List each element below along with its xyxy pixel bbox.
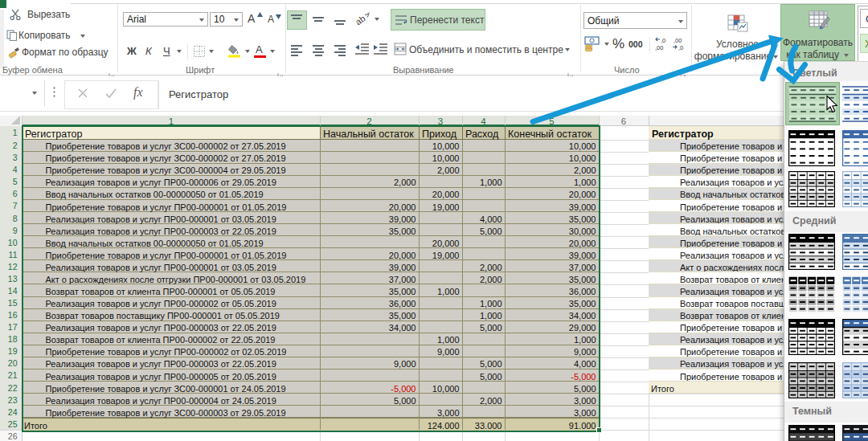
font-color-dropdown-icon[interactable] bbox=[270, 50, 275, 53]
row-header-21[interactable]: 21 bbox=[0, 370, 18, 380]
decrease-indent-button[interactable] bbox=[354, 42, 371, 58]
table-style-option[interactable] bbox=[788, 362, 835, 402]
conditional-formatting-button[interactable]: Условное форматирование bbox=[697, 4, 778, 72]
row-header-18[interactable]: 18 bbox=[0, 334, 18, 344]
number-format-dropdown-icon[interactable] bbox=[678, 20, 683, 23]
formula-bar-handle[interactable] bbox=[53, 86, 55, 99]
accounting-format-button[interactable] bbox=[584, 36, 602, 52]
row-header-15[interactable]: 15 bbox=[0, 298, 18, 308]
table-style-option[interactable] bbox=[842, 234, 868, 273]
align-right-button[interactable] bbox=[330, 40, 350, 59]
font-dialog-launcher-icon[interactable] bbox=[277, 67, 284, 74]
right-table-row[interactable]: Приобретение товаров и услуг ПР00-000001… bbox=[649, 200, 796, 212]
table-style-option[interactable] bbox=[788, 319, 835, 358]
select-all-corner[interactable] bbox=[0, 116, 23, 126]
right-table-row[interactable]: Приобретение товаров и услуг ЗС00-000004… bbox=[649, 164, 796, 176]
name-box[interactable] bbox=[0, 80, 44, 106]
right-table-header[interactable]: Регистратор bbox=[649, 126, 796, 140]
align-center-button[interactable] bbox=[309, 40, 329, 59]
row-header-7[interactable]: 7 bbox=[0, 201, 18, 210]
insert-function-icon[interactable]: fx bbox=[133, 85, 143, 100]
selection-fill-handle[interactable] bbox=[596, 427, 602, 433]
font-size-dropdown-icon[interactable] bbox=[234, 18, 239, 22]
right-table-row[interactable]: Возврат товаров от клиента ПР00-000001 о… bbox=[649, 272, 796, 284]
table-style-option[interactable] bbox=[788, 130, 835, 169]
right-table-row[interactable]: Реализация товаров и услуг ПР00-000004 о… bbox=[649, 357, 796, 370]
font-name-combobox[interactable]: Arial bbox=[123, 12, 208, 27]
font-size-combobox[interactable]: 10 bbox=[210, 12, 243, 27]
format-as-table-button[interactable]: Форматировать как таблицу bbox=[780, 4, 855, 61]
bold-button[interactable]: Ж bbox=[125, 43, 140, 59]
percent-style-button[interactable]: % bbox=[612, 36, 627, 52]
right-table-row[interactable]: Возврат товаров поставщику ПР00-000001 о… bbox=[649, 297, 796, 309]
table-style-option[interactable] bbox=[842, 171, 868, 210]
decrease-font-button[interactable]: А bbox=[266, 12, 283, 28]
row-header-23[interactable]: 23 bbox=[0, 395, 18, 405]
row-header-14[interactable]: 14 bbox=[0, 286, 18, 296]
font-name-dropdown-icon[interactable] bbox=[199, 18, 204, 22]
orientation-button[interactable]: ab bbox=[354, 10, 373, 30]
decrease-decimal-button[interactable]: ,00 ,0 bbox=[671, 36, 686, 52]
cell-style-normal[interactable]: О bbox=[860, 9, 868, 28]
row-header-6[interactable]: 6 bbox=[0, 189, 18, 198]
row-header-22[interactable]: 22 bbox=[0, 383, 18, 393]
comma-style-button[interactable]: 000 bbox=[628, 39, 645, 51]
table-style-option[interactable] bbox=[842, 276, 868, 316]
merge-center-button[interactable]: Объединить и поместить в центре bbox=[391, 40, 572, 59]
paste-button[interactable] bbox=[0, 10, 4, 69]
right-table-row[interactable]: Акт о расхождениях после отгрузки ПР00-0… bbox=[649, 260, 796, 272]
right-table-row[interactable]: Ввод начальных остатков 00-00000050 от 0… bbox=[649, 188, 796, 200]
enter-icon[interactable] bbox=[104, 87, 117, 103]
increase-indent-button[interactable] bbox=[373, 42, 390, 58]
table-style-option[interactable] bbox=[788, 171, 835, 210]
align-left-button[interactable] bbox=[287, 40, 307, 59]
copy-button[interactable]: Копировать bbox=[5, 29, 109, 43]
table-style-option[interactable] bbox=[842, 319, 868, 358]
table-style-option[interactable] bbox=[789, 86, 836, 125]
right-table-row[interactable]: Приобретение товаров и услуг ПР00-000001… bbox=[649, 236, 796, 248]
worksheet[interactable]: 1234561234567891011121314151617181920212… bbox=[0, 112, 868, 441]
merge-center-dropdown-icon[interactable] bbox=[565, 48, 570, 51]
wrap-text-button[interactable]: Перенести текст bbox=[391, 9, 485, 31]
borders-dropdown-icon[interactable] bbox=[209, 50, 214, 53]
underline-dropdown-icon[interactable] bbox=[177, 50, 182, 53]
right-table-row[interactable]: Ввод начальных остатков 00-00000050 от 0… bbox=[649, 224, 796, 236]
borders-button[interactable] bbox=[193, 45, 207, 59]
row-header-4[interactable]: 4 bbox=[0, 165, 18, 174]
row-header-16[interactable]: 16 bbox=[0, 310, 18, 320]
right-table-row[interactable]: Приобретение товаров и услуг ЗС00-000002… bbox=[649, 140, 796, 152]
number-format-combobox[interactable]: Общий bbox=[583, 12, 687, 29]
row-header-10[interactable]: 10 bbox=[0, 238, 18, 247]
italic-button[interactable]: К bbox=[142, 43, 158, 59]
row-header-9[interactable]: 9 bbox=[0, 226, 18, 235]
row-header-20[interactable]: 20 bbox=[0, 358, 18, 368]
table-style-option[interactable] bbox=[842, 86, 868, 125]
table-style-option[interactable] bbox=[788, 276, 835, 316]
orientation-dropdown-icon[interactable] bbox=[375, 18, 379, 21]
table-style-option[interactable] bbox=[788, 234, 835, 273]
name-box-dropdown-icon[interactable] bbox=[32, 92, 37, 95]
right-table-row[interactable]: Приобретение товаров и услуг ПР00-000002… bbox=[649, 321, 796, 333]
increase-font-button[interactable]: А bbox=[246, 10, 264, 28]
table-style-option[interactable] bbox=[842, 130, 868, 169]
row-header-2[interactable]: 2 bbox=[0, 141, 18, 150]
accounting-dropdown-icon[interactable] bbox=[604, 43, 609, 46]
copy-dropdown-icon[interactable] bbox=[80, 35, 85, 38]
increase-decimal-button[interactable]: ,0 ,00 bbox=[653, 36, 669, 52]
row-header-11[interactable]: 11 bbox=[0, 250, 18, 259]
right-table-row[interactable]: Реализация товаров и услуг ПР00-000006 о… bbox=[649, 176, 796, 188]
font-color-button[interactable]: А bbox=[253, 44, 268, 59]
right-table-row[interactable]: Реализация товаров и услуг ПР00-000003 о… bbox=[649, 333, 796, 345]
row-header-12[interactable]: 12 bbox=[0, 262, 18, 272]
right-table-row[interactable]: Приобретение товаров и услуг ЗС00-000003… bbox=[649, 370, 796, 382]
clipboard-dialog-launcher-icon[interactable] bbox=[108, 67, 115, 74]
right-table-row[interactable]: Реализация товаров и услуг ПР00-000001 о… bbox=[649, 212, 796, 224]
underline-button[interactable]: Ч bbox=[160, 43, 175, 59]
row-header-19[interactable]: 19 bbox=[0, 346, 18, 356]
alignment-dialog-launcher-icon[interactable] bbox=[567, 67, 574, 74]
row-header-1[interactable]: 1 bbox=[0, 128, 18, 137]
right-table-row[interactable]: Реализация товаров и услуг ПР00-000002 о… bbox=[649, 284, 796, 296]
row-header-25[interactable]: 25 bbox=[0, 419, 18, 429]
table-style-option[interactable] bbox=[788, 425, 835, 441]
format-painter-button[interactable]: Формат по образцу bbox=[6, 46, 115, 59]
